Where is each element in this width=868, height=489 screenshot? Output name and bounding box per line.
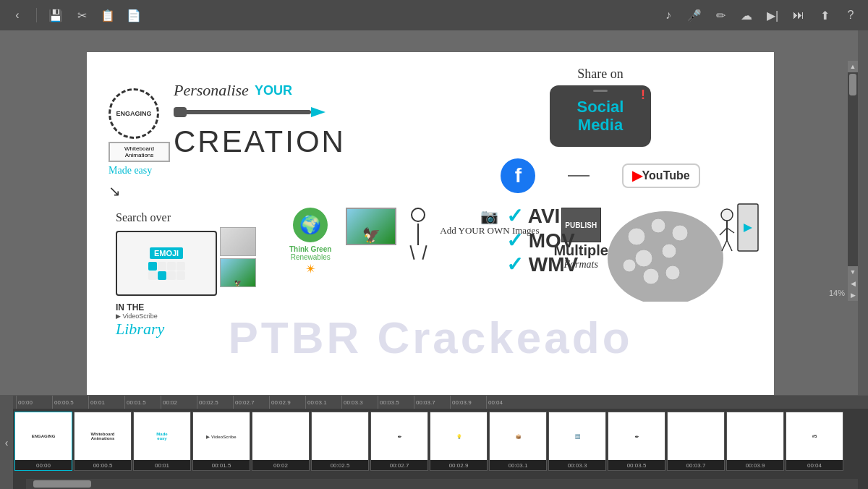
thumb-time-8: 00:03.1: [490, 460, 546, 470]
back-button[interactable]: ‹: [7, 5, 27, 25]
hscroll-thumb[interactable]: [33, 480, 91, 488]
whiteboard-label: Whiteboard Animations: [112, 145, 166, 158]
timeline-hscroll[interactable]: [26, 479, 858, 489]
thumb-time-2: 00:01: [134, 460, 190, 470]
share-social-section: Share on Social Media ! f: [485, 67, 716, 201]
thumb-time-1: 00:00.5: [75, 460, 131, 470]
renewables-label: Renewables: [289, 253, 331, 261]
thumb-time-4: 00:02: [252, 460, 309, 470]
svg-point-11: [623, 259, 636, 272]
videoscribe-label: ▶ VideoScribe: [116, 312, 275, 320]
zoom-percent: 14%: [829, 289, 845, 297]
svg-line-15: [727, 228, 734, 233]
wmv-text: WMV: [529, 253, 578, 276]
social-line1: Social: [577, 98, 624, 116]
thumb-item-0[interactable]: ENGAGING 00:00: [14, 412, 72, 471]
timeline-nav-left[interactable]: ‹: [0, 396, 13, 489]
image-boxes-row: EMOJI: [116, 227, 275, 299]
thumb-item-3[interactable]: ▶ VideoScribe 00:01.5: [192, 412, 250, 471]
ruler-mark-8: 00:03.1: [305, 396, 341, 409]
formats-section: ✓ AVI ✓ MOV ✓ WMV: [506, 204, 578, 277]
thumb-item-7[interactable]: 💡 00:02.9: [430, 412, 488, 471]
pen-button[interactable]: ✏: [710, 5, 731, 25]
cut-button[interactable]: ✂: [72, 5, 92, 25]
skip-forward-button[interactable]: ⏭: [788, 5, 809, 25]
think-label: Think Green: [289, 245, 331, 253]
svg-rect-0: [181, 110, 311, 114]
thumb-item-2[interactable]: Madeeasy 00:01: [133, 412, 191, 471]
thumb-item-13[interactable]: #5 00:04: [786, 412, 843, 471]
thumb-item-11[interactable]: 00:03.7: [667, 412, 725, 471]
mov-format: ✓ MOV: [506, 229, 578, 253]
scroll-track[interactable]: [848, 72, 858, 266]
scroll-up-arrow[interactable]: ▲: [848, 61, 858, 72]
svg-marker-2: [311, 107, 326, 117]
toolbar-right: ♪ 🎤 ✏ ☁ ▶| ⏭ ⬆ ?: [658, 5, 861, 25]
think-green: 🌍 Think Green Renewables ✴: [289, 208, 331, 277]
scroll-left-arrow[interactable]: ◀: [848, 278, 858, 289]
thumb-item-1[interactable]: WhiteboardAnimations 00:00.5: [74, 412, 132, 471]
thumb-label-2: Madeeasy: [156, 432, 167, 441]
svg-rect-1: [174, 107, 187, 117]
arrow-decoration: ↘: [109, 182, 195, 200]
play-forward-button[interactable]: ▶|: [762, 5, 783, 25]
scroll-right-arrow[interactable]: ▶: [848, 289, 858, 301]
thumb-item-5[interactable]: 00:02.5: [311, 412, 369, 471]
thumb-time-6: 00:02.7: [371, 460, 427, 470]
separator-1: [36, 8, 37, 22]
microphone-button[interactable]: 🎤: [684, 5, 705, 25]
personalise-text: Personalise: [174, 81, 249, 100]
scroll-thumb[interactable]: [849, 74, 856, 95]
ruler-mark-11: 00:03.7: [414, 396, 450, 409]
thumb-item-9[interactable]: 🔤 00:03.3: [548, 412, 606, 471]
music-button[interactable]: ♪: [658, 5, 678, 25]
thumb-item-6[interactable]: ✏ 00:02.7: [370, 412, 428, 471]
paste-button[interactable]: 📄: [124, 5, 144, 25]
search-over-text: Search over: [116, 211, 275, 224]
ruler-mark-0: 00:00: [16, 396, 52, 409]
svg-point-12: [721, 209, 733, 221]
side-thumbnails: 🦅: [220, 227, 256, 299]
thumb-item-4[interactable]: 00:02: [252, 412, 310, 471]
thumb-label-3: ▶ VideoScribe: [206, 434, 236, 439]
help-button[interactable]: ?: [841, 5, 861, 25]
copy-button[interactable]: 📋: [98, 5, 118, 25]
thumb-preview-0: ENGAGING: [15, 412, 72, 460]
youtube-badge[interactable]: ▶ YouTube: [622, 163, 700, 188]
thumb-item-12[interactable]: 00:03.9: [726, 412, 784, 471]
watermark: PTBR Crackeado: [228, 312, 632, 363]
timeline-content: 00:00 00:00.5 00:01 00:01.5 00:02 00:02.…: [13, 396, 868, 489]
facebook-icon[interactable]: f: [501, 158, 535, 193]
youtube-text: YouTube: [642, 169, 690, 182]
social-line2: Media: [577, 116, 624, 134]
image-thumb: 🦅: [346, 208, 396, 245]
thumb-item-10[interactable]: ✏ 00:03.5: [608, 412, 665, 471]
thumb-item-8[interactable]: 📦 00:03.1: [489, 412, 547, 471]
mov-text: MOV: [529, 229, 575, 252]
mov-check: ✓: [506, 229, 523, 252]
canvas-area: ENGAGING Whiteboard Animations Made easy…: [0, 30, 858, 395]
emoji-grid: [148, 262, 185, 280]
thumb-time-7: 00:02.9: [430, 460, 487, 470]
ruler-mark-5: 00:02.5: [197, 396, 233, 409]
connector-line: [568, 175, 590, 177]
svg-line-16: [722, 240, 727, 251]
ruler-mark-6: 00:02.7: [233, 396, 269, 409]
ruler-mark-10: 00:03.5: [378, 396, 414, 409]
thumb-preview-9: 🔤: [549, 412, 605, 460]
hand-button[interactable]: ☁: [736, 5, 757, 25]
engaging-label: ENGAGING: [116, 110, 151, 117]
thumb-label-8: 📦: [516, 434, 521, 439]
people-svg: [600, 193, 760, 302]
person-figure: [411, 208, 425, 260]
ruler-mark-1: 00:00.5: [52, 396, 88, 409]
timeline-thumbs: ENGAGING 00:00 WhiteboardAnimations 00:0…: [13, 409, 868, 474]
scroll-down-arrow[interactable]: ▼: [848, 266, 858, 278]
in-the-text: IN THE: [116, 302, 275, 312]
phone-shape: Social Media !: [550, 85, 651, 147]
save-button[interactable]: 💾: [46, 5, 66, 25]
ruler-mark-13: 00:04: [486, 396, 522, 409]
paintbrush-svg: [174, 101, 333, 123]
share-button[interactable]: ⬆: [814, 5, 835, 25]
thumb-preview-4: [252, 412, 309, 460]
